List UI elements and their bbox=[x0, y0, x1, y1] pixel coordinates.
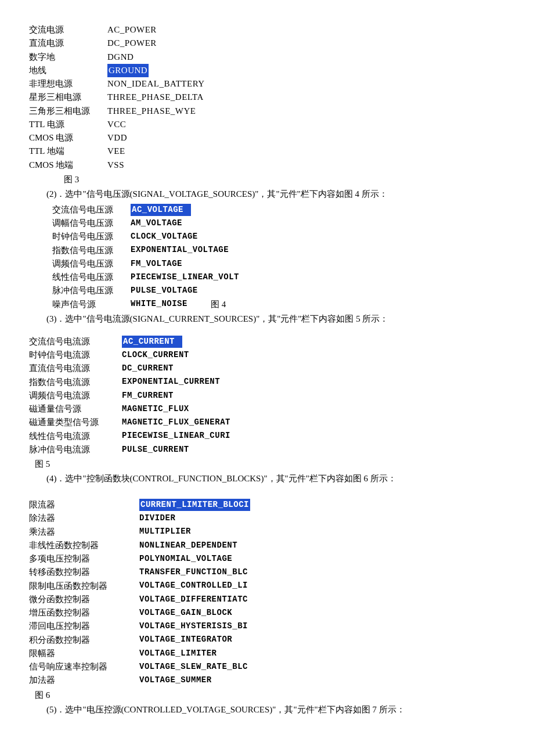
label-cn: 直流信号电流源 bbox=[29, 362, 122, 375]
label-cn: 微分函数控制器 bbox=[29, 593, 139, 606]
table-row: CMOS 地端VSS bbox=[29, 159, 505, 172]
label-cn: 信号响应速率控制器 bbox=[29, 660, 139, 674]
table-row: 非线性函数控制器NONLINEAR_DEPENDENT bbox=[29, 539, 505, 552]
label-cn: 交流电源 bbox=[29, 23, 107, 37]
label-cn: 磁通量类型信号源 bbox=[29, 416, 122, 429]
label-cn: 多项电压控制器 bbox=[29, 552, 139, 566]
label-en: DGND bbox=[107, 51, 134, 64]
label-cn: 限幅器 bbox=[29, 647, 139, 660]
label-cn: 乘法器 bbox=[29, 525, 139, 539]
label-cn: 直流电源 bbox=[29, 37, 107, 50]
label-en: VOLTAGE_INTEGRATOR bbox=[139, 633, 232, 646]
fig4-table: 交流信号电压源AC_VOLTAGE调幅信号电压源AM_VOLTAGE时钟信号电压… bbox=[29, 203, 505, 311]
fig6-label: 图 6 bbox=[29, 690, 505, 701]
fig3-table: 交流电源AC_POWER直流电源DC_POWER数字地DGND地线GROUND非… bbox=[29, 23, 505, 172]
table-row: 指数信号电流源EXPONENTIAL_CURRENT bbox=[29, 376, 505, 389]
label-cn: 脉冲信号电流源 bbox=[29, 443, 122, 456]
table-row: 乘法器MULTIPLIER bbox=[29, 525, 505, 539]
table-row: 微分函数控制器VOLTAGE_DIFFERENTIATC bbox=[29, 593, 505, 606]
label-cn: 三角形三相电源 bbox=[29, 105, 107, 118]
table-row: 非理想电源NON_IDEAL_BATTERY bbox=[29, 77, 505, 91]
label-en: TRANSFER_FUNCTION_BLC bbox=[139, 566, 248, 579]
table-row: 加法器VOLTAGE_SUMMER bbox=[29, 674, 505, 687]
table-row: TTL 电源VCC bbox=[29, 118, 505, 131]
table-row: 脉冲信号电流源PULSE_CURRENT bbox=[29, 443, 505, 456]
table-row: 调幅信号电压源AM_VOLTAGE bbox=[52, 217, 505, 230]
label-cn: 指数信号电流源 bbox=[29, 376, 122, 389]
label-en: CURRENT_LIMITER_BLOCI bbox=[139, 499, 250, 512]
table-row: 时钟信号电压源CLOCK_VOLTAGE bbox=[52, 230, 505, 243]
label-en: DIVIDER bbox=[139, 512, 175, 525]
label-en: WHITE_NOISE bbox=[131, 298, 187, 311]
label-en: NONLINEAR_DEPENDENT bbox=[139, 539, 237, 552]
table-row: 指数信号电压源EXPONENTIAL_VOLTAGE bbox=[52, 244, 505, 257]
table-row: 多项电压控制器POLYNOMIAL_VOLTAGE bbox=[29, 552, 505, 566]
label-en: PIECEWISE_LINEAR_VOLT bbox=[131, 271, 239, 284]
fig5-label: 图 5 bbox=[29, 459, 505, 470]
label-en: VOLTAGE_HYSTERISIS_BI bbox=[139, 620, 248, 633]
label-en: PIECEWISE_LINEAR_CURI bbox=[122, 430, 230, 442]
table-row: 时钟信号电流源CLOCK_CURRENT bbox=[29, 348, 505, 362]
label-en: VOLTAGE_SLEW_RATE_BLC bbox=[139, 661, 248, 674]
label-en: NON_IDEAL_BATTERY bbox=[107, 77, 205, 91]
label-en: AC_VOLTAGE bbox=[131, 204, 191, 217]
label-en: AC_POWER bbox=[107, 23, 157, 37]
fig6-table: 限流器CURRENT_LIMITER_BLOCI除法器DIVIDER乘法器MUL… bbox=[29, 498, 505, 687]
label-en: VOLTAGE_CONTROLLED_LI bbox=[139, 579, 248, 592]
label-cn: 限制电压函数控制器 bbox=[29, 579, 139, 593]
label-cn: 增压函数控制器 bbox=[29, 606, 139, 620]
table-row: 限制电压函数控制器VOLTAGE_CONTROLLED_LI bbox=[29, 579, 505, 593]
table-row: 三角形三相电源THREE_PHASE_WYE bbox=[29, 105, 505, 118]
label-cn: 数字地 bbox=[29, 51, 107, 64]
label-cn: 除法器 bbox=[29, 512, 139, 525]
table-row: 交流信号电压源AC_VOLTAGE bbox=[52, 203, 505, 217]
table-row: 磁通量类型信号源MAGNETIC_FLUX_GENERAT bbox=[29, 416, 505, 429]
table-row: 限流器CURRENT_LIMITER_BLOCI bbox=[29, 498, 505, 512]
label-en: THREE_PHASE_DELTA bbox=[107, 91, 204, 104]
label-en: DC_POWER bbox=[107, 37, 157, 50]
table-row: 线性信号电压源PIECEWISE_LINEAR_VOLT bbox=[52, 271, 505, 284]
label-cn: 星形三相电源 bbox=[29, 91, 107, 104]
table-row: 调频信号电压源FM_VOLTAGE bbox=[52, 257, 505, 271]
table-row: 脉冲信号电压源PULSE_VOLTAGE bbox=[52, 284, 505, 297]
table-row: 调频信号电流源FM_CURRENT bbox=[29, 389, 505, 402]
label-cn: 非理想电源 bbox=[29, 77, 107, 91]
label-en: CLOCK_VOLTAGE bbox=[131, 231, 198, 243]
table-row: 限幅器VOLTAGE_LIMITER bbox=[29, 647, 505, 660]
label-cn: 线性信号电流源 bbox=[29, 430, 122, 443]
label-cn: 滞回电压控制器 bbox=[29, 620, 139, 633]
fig4-label: 图 4 bbox=[211, 298, 226, 311]
table-row: 交流信号电流源AC_CURRENT bbox=[29, 335, 505, 348]
label-en: VCC bbox=[107, 118, 126, 131]
label-en: DC_CURRENT bbox=[122, 362, 174, 375]
table-row: 除法器DIVIDER bbox=[29, 512, 505, 525]
table-row: 磁通量信号源MAGNETIC_FLUX bbox=[29, 402, 505, 416]
label-cn: 调频信号电流源 bbox=[29, 389, 122, 402]
label-en: EXPONENTIAL_CURRENT bbox=[122, 376, 220, 388]
label-cn: 地线 bbox=[29, 64, 107, 77]
table-row: 噪声信号源WHITE_NOISE图 4 bbox=[52, 298, 505, 311]
table-row: 交流电源AC_POWER bbox=[29, 23, 505, 37]
label-en: VOLTAGE_SUMMER bbox=[139, 674, 212, 687]
table-row: 线性信号电流源PIECEWISE_LINEAR_CURI bbox=[29, 430, 505, 443]
label-en: PULSE_CURRENT bbox=[122, 444, 189, 456]
label-en: VEE bbox=[107, 145, 125, 158]
table-row: 积分函数控制器VOLTAGE_INTEGRATOR bbox=[29, 633, 505, 647]
label-cn: TTL 电源 bbox=[29, 118, 107, 131]
para-2: (2)．选中"信号电压源(SIGNAL_VOLTAGE_SOURCES)"，其"… bbox=[29, 189, 505, 200]
label-cn: 脉冲信号电压源 bbox=[52, 284, 131, 297]
label-cn: 交流信号电流源 bbox=[29, 335, 122, 348]
label-cn: 指数信号电压源 bbox=[52, 244, 131, 257]
label-en: FM_VOLTAGE bbox=[131, 258, 182, 271]
table-row: 信号响应速率控制器VOLTAGE_SLEW_RATE_BLC bbox=[29, 660, 505, 674]
label-en: MAGNETIC_FLUX_GENERAT bbox=[122, 416, 230, 429]
label-en: EXPONENTIAL_VOLTAGE bbox=[131, 244, 229, 257]
table-row: TTL 地端VEE bbox=[29, 145, 505, 158]
para-4: (4)．选中"控制函数块(CONTROL_FUNCTION_BLOCKS)"，其… bbox=[29, 473, 505, 484]
label-en: VSS bbox=[107, 159, 124, 172]
label-cn: 时钟信号电流源 bbox=[29, 348, 122, 362]
label-en: AM_VOLTAGE bbox=[131, 217, 182, 230]
table-row: 数字地DGND bbox=[29, 51, 505, 64]
table-row: 滞回电压控制器VOLTAGE_HYSTERISIS_BI bbox=[29, 620, 505, 633]
label-cn: 调频信号电压源 bbox=[52, 257, 131, 271]
